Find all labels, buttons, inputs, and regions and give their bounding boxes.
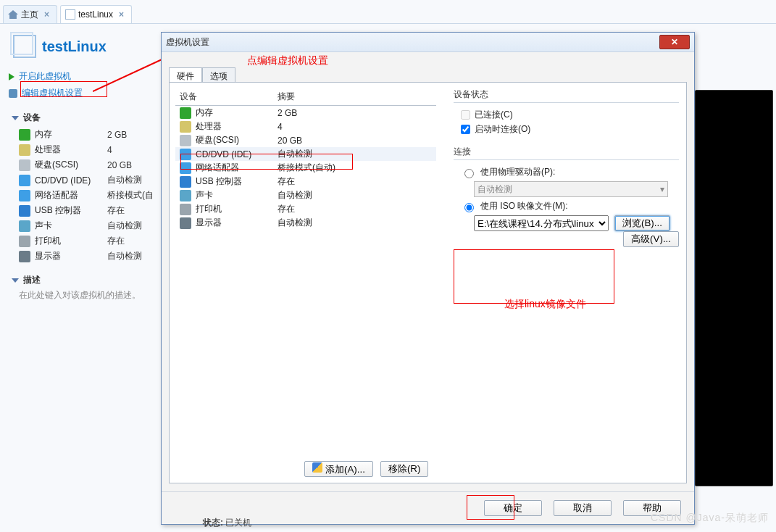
connect-on-power-label: 启动时连接(O) [475,123,530,136]
hardware-row[interactable]: USB 控制器存在 [175,175,436,188]
dialog-titlebar[interactable]: 虚拟机设置 ✕ [162,33,694,52]
hardware-panel: 设备 摘要 内存2 GB处理器4硬盘(SCSI)20 GBCD/DVD (IDE… [175,88,436,451]
connection-title: 连接 [454,146,679,160]
hardware-name: 网络适配器 [196,162,278,174]
hardware-row[interactable]: 显示器自动检测 [175,216,436,230]
device-row[interactable]: 打印机存在 [7,233,159,249]
hardware-summary: 4 [278,122,436,132]
preview-panel [695,90,773,486]
annotation-iso-hint: 选择linux镜像文件 [504,298,679,311]
hardware-summary: 20 GB [278,136,436,146]
connect-on-power-checkbox[interactable]: 启动时连接(O) [461,123,679,136]
tab-vm-close[interactable]: × [119,9,124,20]
device-name: 网络适配器 [35,189,107,201]
add-label: 添加(A)... [325,464,365,475]
device-value: 自动检测 [107,174,142,186]
hardware-icon [180,107,191,119]
iso-path-combo[interactable]: E:\在线课程\14.分布式\linux [474,215,609,231]
tab-strip: 主页 × testLinux × [3,3,776,23]
edit-settings-link[interactable]: 编辑虚拟机设置 [7,85,159,101]
device-list: 内存2 GB处理器4硬盘(SCSI)20 GBCD/DVD (IDE)自动检测网… [7,127,159,264]
status-value: 已关机 [225,518,251,528]
hardware-row[interactable]: CD/DVD (IDE)自动检测 [175,147,436,161]
connection-group: 连接 使用物理驱动器(P): 自动检测▾ 使用 ISO 映像文件(M): E:\… [454,146,679,311]
hardware-row[interactable]: 网络适配器桥接模式(自动) [175,161,436,175]
tab-vm[interactable]: testLinux × [60,5,132,23]
use-iso-radio[interactable]: 使用 ISO 映像文件(M): [461,200,679,212]
device-icon [19,129,30,141]
hardware-name: USB 控制器 [196,175,278,188]
use-iso-input[interactable] [464,203,474,212]
caret-icon [12,278,19,283]
device-value: 存在 [107,204,125,217]
caret-icon [12,116,19,120]
hardware-summary: 桥接模式(自动) [278,162,436,174]
cancel-button[interactable]: 取消 [554,500,612,516]
use-physical-input[interactable] [464,169,474,178]
device-value: 20 GB [107,160,132,170]
hardware-summary: 2 GB [278,108,436,118]
description-hint[interactable]: 在此处键入对该虚拟机的描述。 [19,289,159,302]
device-row[interactable]: 显示器自动检测 [7,249,159,264]
browse-button[interactable]: 浏览(B)... [614,215,670,231]
hardware-row[interactable]: 内存2 GB [175,106,436,120]
hardware-name: 打印机 [196,203,278,215]
device-row[interactable]: 声卡自动检测 [7,218,159,233]
tab-home[interactable]: 主页 × [3,5,57,23]
use-physical-radio[interactable]: 使用物理驱动器(P): [461,166,679,178]
device-state-title: 设备状态 [454,88,679,103]
hardware-summary: 存在 [278,203,436,215]
remove-button[interactable]: 移除(R) [380,461,429,477]
device-row[interactable]: 网络适配器桥接模式(自 [7,188,159,203]
hardware-summary: 自动检测 [278,148,436,160]
connect-on-power-input[interactable] [461,125,470,134]
status-label: 状态: [203,518,223,528]
device-name: 打印机 [35,235,107,247]
hardware-icon [180,121,191,133]
device-state-group: 设备状态 已连接(C) 启动时连接(O) [454,88,679,136]
hardware-row[interactable]: 声卡自动检测 [175,188,436,202]
device-row[interactable]: CD/DVD (IDE)自动检测 [7,173,159,188]
edit-settings-label: 编辑虚拟机设置 [22,87,83,99]
device-icon [19,220,30,232]
hardware-row[interactable]: 硬盘(SCSI)20 GB [175,133,436,147]
detail-panel: 设备状态 已连接(C) 启动时连接(O) 连接 使用物理驱动器(P): 自动检测… [454,88,679,321]
connected-checkbox[interactable]: 已连接(C) [461,109,679,121]
connected-label: 已连接(C) [475,109,513,121]
device-name: 硬盘(SCSI) [35,159,107,171]
watermark: CSDN @Java-呆萌老师 [651,512,769,525]
device-row[interactable]: USB 控制器存在 [7,203,159,218]
vm-settings-dialog: 虚拟机设置 ✕ 点编辑虚拟机设置 硬件 选项 设备 摘要 内存2 GB处理器4硬… [161,32,695,525]
tab-underline [0,23,776,24]
add-button[interactable]: 添加(A)... [304,461,373,477]
power-on-link[interactable]: 开启此虚拟机 [7,68,159,85]
dialog-close-button[interactable]: ✕ [659,35,690,49]
hardware-icon [180,204,191,215]
description-label: 描述 [23,274,41,286]
section-devices[interactable]: 设备 [12,112,159,124]
hardware-row[interactable]: 处理器4 [175,120,436,133]
device-row[interactable]: 处理器4 [7,142,159,157]
device-row[interactable]: 内存2 GB [7,127,159,142]
hardware-summary: 存在 [278,175,436,188]
hardware-name: 显示器 [196,217,278,229]
device-icon [19,190,30,201]
hardware-name: CD/DVD (IDE) [196,149,278,159]
device-row[interactable]: 硬盘(SCSI)20 GB [7,157,159,173]
dialog-body: 设备 摘要 内存2 GB处理器4硬盘(SCSI)20 GBCD/DVD (IDE… [169,82,687,483]
hardware-name: 声卡 [196,189,278,201]
device-name: 内存 [35,128,107,141]
section-description[interactable]: 描述 [12,274,159,286]
ok-button[interactable]: 确定 [484,500,542,516]
tab-home-close[interactable]: × [44,9,49,20]
hardware-buttons: 添加(A)... 移除(R) [304,461,428,477]
device-icon [19,159,30,171]
hardware-icon [180,176,191,188]
hardware-name: 内存 [196,107,278,119]
hardware-row[interactable]: 打印机存在 [175,202,436,216]
home-icon [8,10,18,19]
advanced-button[interactable]: 高级(V)... [623,231,679,247]
physical-drive-combo: 自动检测▾ [474,181,668,197]
col-device: 设备 [180,91,278,103]
workspace: 主页 × testLinux × testLinux 开启此虚拟机 编辑虚拟机设… [0,0,776,532]
